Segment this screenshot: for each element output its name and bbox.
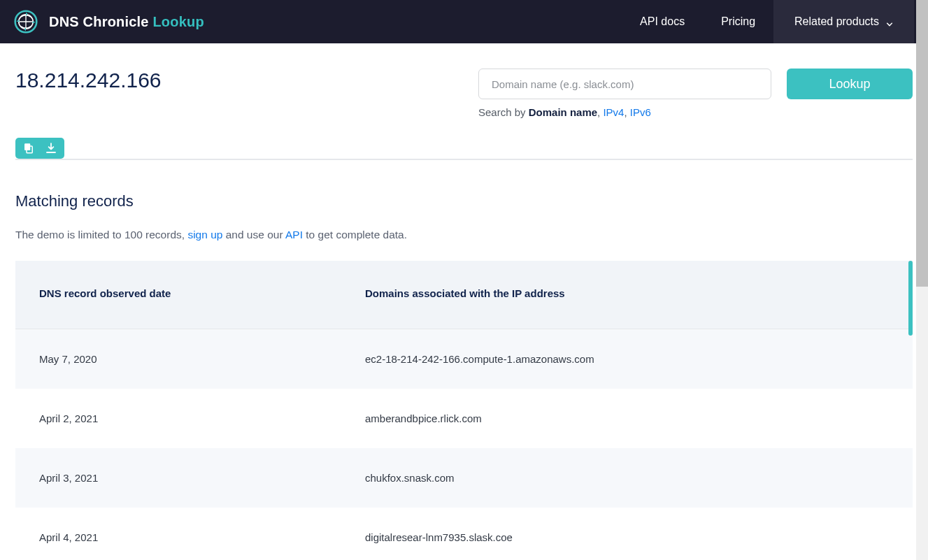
table-row: April 3, 2021 chukfox.snask.com xyxy=(15,448,913,508)
table-scroll-thumb[interactable] xyxy=(908,261,913,336)
search-area: Search by Domain name, IPv4, IPv6 Lookup xyxy=(478,69,913,118)
section-title: Matching records xyxy=(15,192,913,210)
cell-domain: digitalresear-lnm7935.slask.coe xyxy=(365,508,913,560)
chevron-down-icon xyxy=(886,18,893,25)
demo-mid: and use our xyxy=(222,229,285,240)
download-icon[interactable] xyxy=(45,142,57,155)
table-header-row: DNS record observed date Domains associa… xyxy=(15,261,913,329)
brand-accent: Lookup xyxy=(152,14,204,29)
page-scrollbar-track[interactable] xyxy=(916,0,928,560)
search-hint: Search by Domain name, IPv4, IPv6 xyxy=(478,106,771,118)
api-link[interactable]: API xyxy=(285,229,303,240)
cell-date: April 4, 2021 xyxy=(15,508,365,560)
navbar: DNS Chronicle Lookup API docs Pricing Re… xyxy=(0,0,928,43)
action-pill xyxy=(15,138,64,159)
actions-row xyxy=(15,138,913,159)
search-hint-ipv4-link[interactable]: IPv4 xyxy=(603,106,624,118)
table-row: April 2, 2021 amberandbpice.rlick.com xyxy=(15,389,913,448)
query-ip-heading: 18.214.242.166 xyxy=(15,69,162,92)
search-column: Search by Domain name, IPv4, IPv6 xyxy=(478,69,771,118)
search-hint-domain: Domain name xyxy=(529,106,597,118)
search-hint-ipv6-link[interactable]: IPv6 xyxy=(630,106,651,118)
brand-main: DNS Chronicle xyxy=(49,14,152,29)
divider xyxy=(15,159,913,160)
demo-prefix: The demo is limited to 100 records, xyxy=(15,229,187,240)
records-table: DNS record observed date Domains associa… xyxy=(15,261,913,560)
globe-logo-icon xyxy=(14,10,38,34)
cell-date: April 2, 2021 xyxy=(15,389,365,448)
top-row: 18.214.242.166 Search by Domain name, IP… xyxy=(15,69,913,118)
nav-related-products[interactable]: Related products xyxy=(773,0,914,43)
col-header-date: DNS record observed date xyxy=(15,261,365,329)
cell-domain: chukfox.snask.com xyxy=(365,448,913,508)
nav-related-products-label: Related products xyxy=(794,15,879,28)
table-row: April 4, 2021 digitalresear-lnm7935.slas… xyxy=(15,508,913,560)
demo-suffix: to get complete data. xyxy=(303,229,407,240)
domain-search-input[interactable] xyxy=(478,69,771,99)
lookup-button[interactable]: Lookup xyxy=(787,69,913,99)
cell-domain: amberandbpice.rlick.com xyxy=(365,389,913,448)
content: 18.214.242.166 Search by Domain name, IP… xyxy=(0,43,913,560)
table-row: May 7, 2020 ec2-18-214-242-166.compute-1… xyxy=(15,329,913,389)
demo-note: The demo is limited to 100 records, sign… xyxy=(15,229,913,241)
cell-date: April 3, 2021 xyxy=(15,448,365,508)
cell-domain: ec2-18-214-242-166.compute-1.amazonaws.c… xyxy=(365,329,913,389)
brand-title: DNS Chronicle Lookup xyxy=(49,14,204,30)
page-scrollbar-thumb[interactable] xyxy=(916,0,928,287)
svg-rect-3 xyxy=(24,143,30,150)
nav-links: API docs Pricing Related products xyxy=(622,0,914,43)
cell-date: May 7, 2020 xyxy=(15,329,365,389)
search-hint-prefix: Search by xyxy=(478,106,529,118)
nav-pricing[interactable]: Pricing xyxy=(703,0,773,43)
brand[interactable]: DNS Chronicle Lookup xyxy=(14,10,204,34)
search-hint-sep: , xyxy=(624,106,629,118)
nav-api-docs[interactable]: API docs xyxy=(622,0,703,43)
col-header-domain: Domains associated with the IP address xyxy=(365,261,913,329)
copy-icon[interactable] xyxy=(22,142,35,155)
signup-link[interactable]: sign up xyxy=(187,229,222,240)
table-wrap: DNS record observed date Domains associa… xyxy=(15,261,913,560)
